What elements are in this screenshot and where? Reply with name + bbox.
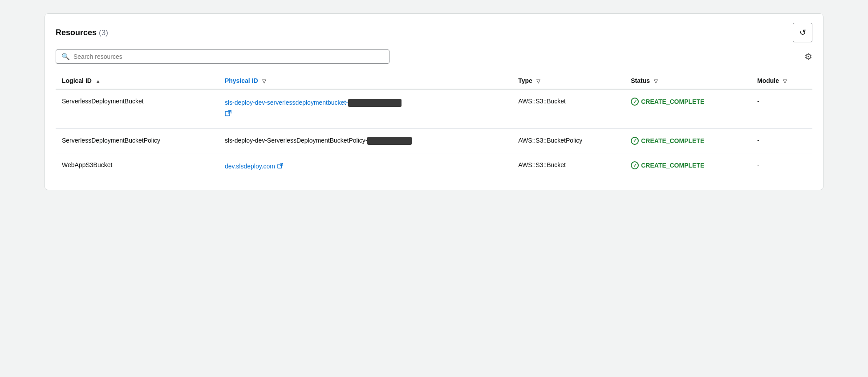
col-module[interactable]: Module ▽: [751, 73, 812, 89]
sort-desc-icon-module: ▽: [783, 78, 787, 84]
module-cell: -: [751, 89, 812, 128]
resources-panel: Resources (3) ↺ 🔍 ⚙ Logical ID ▲ Physica…: [45, 13, 823, 190]
status-cell: ✓ CREATE_COMPLETE: [625, 128, 751, 153]
physical-id-cell: dev.slsdeploy.com: [219, 153, 512, 180]
panel-header: Resources (3) ↺: [56, 23, 812, 42]
search-box-container: 🔍: [56, 49, 389, 64]
search-row: 🔍 ⚙: [56, 49, 812, 64]
col-logical-id[interactable]: Logical ID ▲: [56, 73, 219, 89]
sort-desc-icon-type: ▽: [536, 78, 540, 84]
external-link-icon: [225, 110, 232, 117]
table-body: ServerlessDeploymentBucket sls-deploy-de…: [56, 89, 812, 179]
title-text: Resources: [56, 28, 97, 37]
col-type[interactable]: Type ▽: [512, 73, 625, 89]
table-row: ServerlessDeploymentBucketPolicy sls-dep…: [56, 128, 812, 153]
panel-title: Resources (3): [56, 28, 108, 37]
sort-desc-icon: ▽: [262, 78, 266, 84]
check-icon: ✓: [631, 98, 639, 106]
resource-count: (3): [99, 29, 108, 37]
external-link-icon-row3: [277, 163, 284, 169]
physical-id-cell: sls-deploy-dev-serverlessdeploymentbucke…: [219, 89, 512, 128]
status-complete: ✓ CREATE_COMPLETE: [631, 137, 745, 145]
physical-id-link-row3[interactable]: dev.slsdeploy.com: [225, 161, 284, 171]
table-row: ServerlessDeploymentBucket sls-deploy-de…: [56, 89, 812, 128]
redacted-value: [348, 99, 402, 107]
status-complete: ✓ CREATE_COMPLETE: [631, 98, 745, 106]
status-cell: ✓ CREATE_COMPLETE: [625, 153, 751, 180]
table-row: WebAppS3Bucket dev.slsdeploy.com AWS::S3…: [56, 153, 812, 180]
type-cell: AWS::S3::BucketPolicy: [512, 128, 625, 153]
gear-icon: ⚙: [804, 52, 812, 61]
status-complete: ✓ CREATE_COMPLETE: [631, 161, 745, 169]
module-cell: -: [751, 153, 812, 180]
header-row: Logical ID ▲ Physical ID ▽ Type ▽ Status…: [56, 73, 812, 89]
type-cell: AWS::S3::Bucket: [512, 153, 625, 180]
module-cell: -: [751, 128, 812, 153]
refresh-icon: ↺: [799, 28, 806, 37]
settings-button[interactable]: ⚙: [804, 51, 812, 62]
search-input[interactable]: [73, 53, 384, 60]
logical-id-cell: ServerlessDeploymentBucket: [56, 89, 219, 128]
redacted-value-2: [367, 137, 412, 145]
logical-id-cell: ServerlessDeploymentBucketPolicy: [56, 128, 219, 153]
resources-table: Logical ID ▲ Physical ID ▽ Type ▽ Status…: [56, 73, 812, 179]
check-icon: ✓: [631, 161, 639, 169]
refresh-button[interactable]: ↺: [793, 23, 812, 42]
sort-desc-icon-status: ▽: [654, 78, 657, 84]
search-icon: 🔍: [61, 53, 70, 61]
logical-id-cell: WebAppS3Bucket: [56, 153, 219, 180]
external-link-icon-row1[interactable]: [225, 110, 232, 117]
physical-id-cell: sls-deploy-dev-ServerlessDeploymentBucke…: [219, 128, 512, 153]
type-cell: AWS::S3::Bucket: [512, 89, 625, 128]
physical-id-link[interactable]: sls-deploy-dev-serverlessdeploymentbucke…: [225, 99, 402, 106]
col-physical-id[interactable]: Physical ID ▽: [219, 73, 512, 89]
check-icon: ✓: [631, 137, 639, 145]
col-status[interactable]: Status ▽: [625, 73, 751, 89]
sort-asc-icon: ▲: [96, 78, 101, 84]
table-header: Logical ID ▲ Physical ID ▽ Type ▽ Status…: [56, 73, 812, 89]
status-cell: ✓ CREATE_COMPLETE: [625, 89, 751, 128]
